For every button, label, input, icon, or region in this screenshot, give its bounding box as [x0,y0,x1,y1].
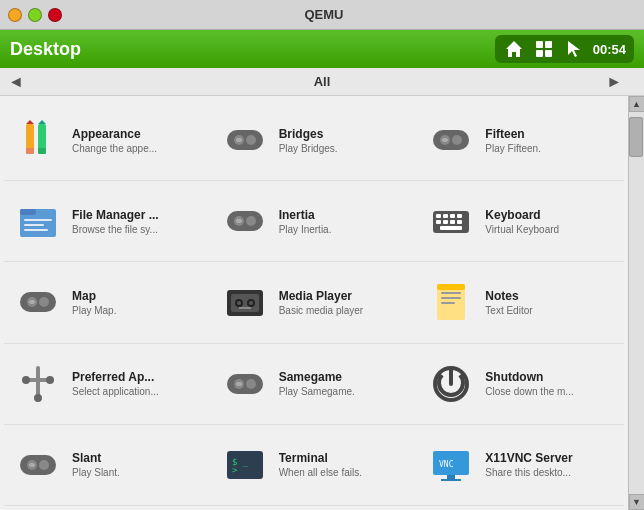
nav-right-arrow[interactable]: ► [598,68,630,96]
app-name: Bridges [279,127,408,141]
app-info: KeyboardVirtual Keyboard [485,208,614,235]
app-item-x11vnc-server[interactable]: VNC X11VNC ServerShare this deskto... [417,425,624,506]
gamepad-icon [427,116,475,164]
scroll-track [629,112,644,494]
app-name: Media Player [279,289,408,303]
svg-rect-1 [536,41,543,48]
close-button[interactable] [48,8,62,22]
svg-rect-12 [227,130,263,150]
svg-rect-37 [436,220,441,224]
svg-point-63 [34,394,42,402]
app-name: File Manager ... [72,208,201,222]
svg-point-44 [39,297,49,307]
mediaplayer-icon [221,278,269,326]
app-info: BridgesPlay Bridges. [279,127,408,154]
clock-display: 00:54 [593,42,626,57]
app-info: AppearanceChange the appe... [72,127,201,154]
svg-rect-31 [236,220,242,222]
svg-rect-40 [457,220,462,224]
app-desc: Play Fifteen. [485,143,614,154]
svg-point-66 [246,379,256,389]
app-info: NotesText Editor [485,289,614,316]
app-name: Inertia [279,208,408,222]
nav-left-arrow[interactable]: ◄ [0,68,32,96]
app-item-preferred-ap---[interactable]: Preferred Ap...Select application... [4,344,211,425]
app-info: X11VNC ServerShare this deskto... [485,451,614,478]
gamepad-icon [14,278,62,326]
nav-section-label: All [314,74,331,89]
scroll-up-button[interactable]: ▲ [629,96,645,112]
app-item-terminal[interactable]: $ _ > TerminalWhen all else fails. [211,425,418,506]
minimize-button[interactable] [8,8,22,22]
app-info: Preferred Ap...Select application... [72,370,201,397]
scroll-down-button[interactable]: ▼ [629,494,645,510]
app-item-shutdown[interactable]: ShutdownClose down the m... [417,344,624,425]
app-desc: Change the appe... [72,143,201,154]
svg-text:>: > [232,465,238,475]
app-desc: Browse the file sy... [72,224,201,235]
svg-point-29 [246,216,256,226]
gamepad-icon [221,360,269,408]
app-item-notes[interactable]: NotesText Editor [417,262,624,343]
app-item-file-manager----[interactable]: File Manager ...Browse the file sy... [4,181,211,262]
app-item-keyboard[interactable]: KeyboardVirtual Keyboard [417,181,624,262]
svg-marker-11 [38,120,46,124]
app-item-inertia[interactable]: InertiaPlay Inertia. [211,181,418,262]
app-desc: Share this deskto... [485,467,614,478]
app-item-bridges[interactable]: BridgesPlay Bridges. [211,100,418,181]
svg-rect-17 [433,130,469,150]
app-desc: Play Slant. [72,467,201,478]
app-desc: Play Map. [72,305,201,316]
svg-marker-8 [26,120,34,124]
vnc-icon: VNC [427,441,475,489]
app-desc: When all else fails. [279,467,408,478]
svg-rect-57 [441,302,455,304]
app-info: SamegamePlay Samegame. [279,370,408,397]
scroll-thumb[interactable] [629,117,643,157]
app-item-fifteen[interactable]: FifteenPlay Fifteen. [417,100,624,181]
app-item-slant[interactable]: SlantPlay Slant. [4,425,211,506]
app-item-samegame[interactable]: SamegamePlay Samegame. [211,344,418,425]
app-name: Map [72,289,201,303]
svg-rect-64 [227,374,263,394]
svg-point-19 [452,135,462,145]
filemanager-icon [14,197,62,245]
app-name: Terminal [279,451,408,465]
svg-rect-21 [442,139,448,141]
wrench-icon [14,360,62,408]
app-info: ShutdownClose down the m... [485,370,614,397]
svg-rect-23 [20,209,36,215]
svg-rect-26 [24,229,48,231]
svg-rect-3 [536,50,543,57]
svg-rect-7 [26,148,34,154]
app-info: MapPlay Map. [72,289,201,316]
svg-rect-82 [441,479,461,481]
svg-rect-68 [236,383,242,385]
app-desc: Select application... [72,386,201,397]
svg-rect-35 [450,214,455,218]
desktop-header: Desktop 00:54 [0,30,644,68]
svg-point-52 [237,301,241,305]
window-controls [8,8,62,22]
svg-rect-56 [441,297,461,299]
grid-icon[interactable] [533,38,555,60]
app-desc: Play Bridges. [279,143,408,154]
svg-rect-27 [227,211,263,231]
svg-rect-36 [457,214,462,218]
app-item-appearance[interactable]: AppearanceChange the appe... [4,100,211,181]
scrollbar[interactable]: ▲ ▼ [628,96,644,510]
svg-rect-39 [450,220,455,224]
app-info: Media PlayerBasic media player [279,289,408,316]
svg-rect-55 [441,292,461,294]
app-item-media-player[interactable]: Media PlayerBasic media player [211,262,418,343]
svg-rect-41 [440,226,462,230]
svg-point-74 [39,460,49,470]
svg-point-62 [46,376,54,384]
app-item-map[interactable]: MapPlay Map. [4,262,211,343]
nav-bar: ◄ All ► [0,68,644,96]
maximize-button[interactable] [28,8,42,22]
appearance-icon [14,116,62,164]
app-name: X11VNC Server [485,451,614,465]
app-info: SlantPlay Slant. [72,451,201,478]
home-icon[interactable] [503,38,525,60]
